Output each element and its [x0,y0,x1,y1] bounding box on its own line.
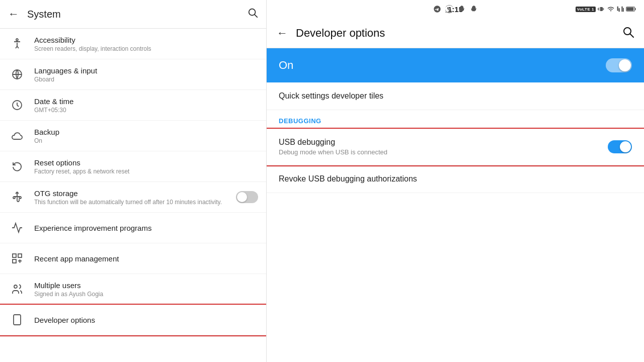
toggle-knob [237,192,247,202]
toggle-knob [620,141,631,152]
settings-item-title: USB debugging [279,138,335,146]
settings-item-revoke_usb[interactable]: Revoke USB debugging authorizations [267,165,644,193]
toggle-knob [619,59,631,71]
menu-item-backup[interactable]: BackupOn [0,121,266,151]
svg-point-8 [14,285,17,288]
svg-point-2 [16,39,18,41]
svg-rect-6 [18,254,22,257]
menu-item-title: Languages & input [34,66,97,75]
menu-item-subtitle: On [34,137,59,144]
right-page-title: Developer options [296,27,622,40]
back-button[interactable]: ← [8,8,19,21]
clock-icon [8,96,26,114]
settings-item-usb_debug[interactable]: USB debuggingDebug mode when USB is conn… [267,129,644,165]
settings-item-title: Quick settings developer tiles [279,92,383,100]
users-icon [8,280,26,298]
on-banner[interactable]: On [267,48,644,82]
menu-item-subtitle: GMT+05:30 [34,107,73,114]
chart-icon [8,219,26,237]
menu-item-title: OTG storage [34,189,222,198]
menu-item-title: Backup [34,128,59,136]
toggle-otg[interactable] [236,191,258,203]
reset-icon [8,157,26,175]
svg-rect-5 [13,254,16,257]
menu-item-title: Accessibility [34,36,151,44]
menu-item-subtitle: Gboard [34,76,97,83]
menu-item-reset[interactable]: Reset optionsFactory reset, apps & netwo… [0,151,266,182]
phone-icon [8,311,26,329]
menu-item-developer[interactable]: Developer options [0,305,266,335]
snapchat-icon2 [469,5,477,13]
whatsapp-icon [445,5,453,13]
snapchat-icon1 [457,5,465,13]
usb-icon [8,188,26,206]
menu-item-datetime[interactable]: Date & timeGMT+05:30 [0,90,266,121]
left-header: ← System [0,0,266,29]
svg-line-1 [255,15,257,17]
volte-badge: VoLTE 1 [576,7,596,12]
right-panel: 1:15 VoLTE 1 ← Developer option [267,0,644,362]
right-back-button[interactable]: ← [277,27,288,40]
on-label: On [279,59,293,72]
telegram-icon [433,5,441,13]
app-icon [8,249,26,267]
status-bar: 1:15 VoLTE 1 [267,0,644,18]
left-panel: ← System AccessibilityScreen readers, di… [0,0,267,362]
svg-rect-7 [13,259,16,263]
menu-item-title: Developer options [34,316,95,324]
svg-rect-9 [14,315,21,325]
battery-icon [626,6,636,12]
svg-rect-12 [635,8,636,10]
svg-rect-13 [627,8,634,11]
menu-item-accessibility[interactable]: AccessibilityScreen readers, display, in… [0,29,266,59]
menu-item-experience[interactable]: Experience improvement programs [0,213,266,243]
notification-icons [433,5,477,13]
svg-line-15 [630,34,634,37]
menu-list: AccessibilityScreen readers, display, in… [0,29,266,362]
cloud-icon [8,127,26,145]
vibrate-icon [598,5,605,13]
settings-item-quick_settings[interactable]: Quick settings developer tiles [267,82,644,110]
menu-item-title: Recent app management [34,254,119,263]
menu-item-subtitle: This function will be automatically turn… [34,199,222,206]
menu-item-title: Date & time [34,97,73,106]
developer-options-toggle[interactable] [606,58,632,72]
menu-item-title: Experience improvement programs [34,224,151,232]
settings-list: Quick settings developer tilesDEBUGGINGU… [267,82,644,362]
globe-icon [8,65,26,83]
menu-item-subtitle: Screen readers, display, interaction con… [34,45,151,52]
menu-item-subtitle: Signed in as Ayush Gogia [34,291,103,298]
right-header: ← Developer options [267,18,644,48]
accessibility-icon [8,35,26,53]
left-panel-title: System [27,9,247,20]
status-icons: VoLTE 1 [576,5,636,13]
right-search-button[interactable] [622,26,634,41]
menu-item-languages[interactable]: Languages & inputGboard [0,59,266,90]
menu-item-multiple_users[interactable]: Multiple usersSigned in as Ayush Gogia [0,274,266,305]
menu-item-title: Multiple users [34,281,103,290]
menu-item-recent_app[interactable]: Recent app management [0,243,266,274]
menu-item-title: Reset options [34,158,129,167]
signal-icon [617,6,624,13]
menu-item-otg[interactable]: OTG storageThis function will be automat… [0,182,266,213]
toggle-usb_debug[interactable] [608,140,632,153]
settings-item-subtitle: Debug mode when USB is connected [279,148,608,156]
wifi-icon [607,6,615,13]
settings-item-title: Revoke USB debugging authorizations [279,174,417,183]
search-icon[interactable] [247,7,258,21]
menu-item-subtitle: Factory reset, apps & network reset [34,168,129,175]
section-label: DEBUGGING [267,110,644,129]
